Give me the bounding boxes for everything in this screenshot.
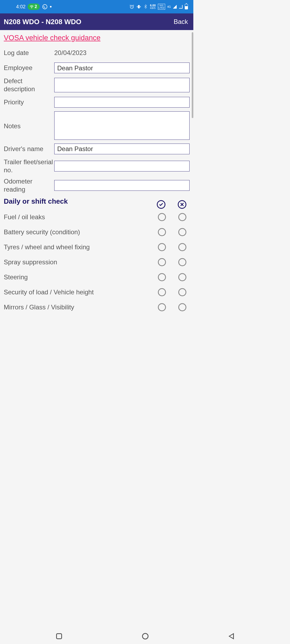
check-fail-radio[interactable] (178, 273, 186, 281)
main-content: VOSA vehicle check guidance Log date 20/… (0, 30, 193, 414)
priority-row: Priority (4, 96, 190, 108)
check-fail-radio[interactable] (178, 228, 186, 236)
notification-dot-icon (50, 6, 52, 8)
check-pass-radio[interactable] (158, 288, 166, 296)
check-fail-radio[interactable] (178, 243, 186, 251)
notes-textarea[interactable] (54, 111, 190, 140)
trailer-label: Trailer fleet/serial no. (4, 158, 54, 174)
check-fail-radio[interactable] (178, 258, 186, 266)
vibrate-icon (136, 4, 141, 9)
check-label: Spray suppression (4, 258, 158, 266)
check-row: Tyres / wheel and wheel fixing (4, 241, 190, 253)
driver-label: Driver's name (4, 145, 54, 153)
check-row: Security of load / Vehicle height (4, 286, 190, 298)
notes-row: Notes (4, 111, 190, 140)
check-row: Mirrors / Glass / Visibility (4, 301, 190, 313)
battery-icon (185, 4, 188, 9)
odometer-row: Odometer reading (4, 177, 190, 193)
status-bar: 4:02 2 6.00 KB/S Vo1 LTE2 4G (0, 0, 193, 13)
check-fail-icon (178, 200, 186, 209)
driver-row: Driver's name (4, 143, 190, 155)
employee-select[interactable]: Dean Pastor (54, 63, 190, 73)
check-label: Mirrors / Glass / Visibility (4, 303, 158, 311)
check-row: Fuel / oil leaks (4, 211, 190, 223)
driver-input[interactable] (54, 144, 190, 154)
svg-rect-2 (138, 5, 140, 8)
back-button[interactable]: Back (174, 18, 188, 25)
check-fail-radio[interactable] (178, 303, 186, 311)
check-label: Fuel / oil leaks (4, 213, 158, 221)
network-type: 4G (167, 5, 171, 8)
vosa-guidance-link[interactable]: VOSA vehicle check guidance (4, 34, 190, 42)
check-label: Steering (4, 273, 158, 281)
wifi-badge: 2 (28, 3, 40, 10)
check-label: Battery security (condition) (4, 228, 158, 236)
check-pass-radio[interactable] (158, 243, 166, 251)
check-pass-radio[interactable] (158, 273, 166, 281)
log-date-row: Log date 20/04/2023 (4, 47, 190, 59)
bluetooth-icon (143, 5, 148, 9)
lte-badge: Vo1 LTE2 (158, 4, 165, 10)
notes-label: Notes (4, 111, 54, 130)
alarm-icon (129, 4, 134, 9)
check-label: Tyres / wheel and wheel fixing (4, 243, 158, 251)
signal-icon-2 (179, 5, 183, 9)
check-row: Battery security (condition) (4, 226, 190, 238)
page-title: N208 WDO - N208 WDO (4, 18, 81, 26)
scrollbar[interactable] (192, 32, 193, 118)
defect-input[interactable] (54, 78, 190, 92)
check-pass-radio[interactable] (158, 228, 166, 236)
trailer-row: Trailer fleet/serial no. (4, 158, 190, 174)
log-date-label: Log date (4, 49, 54, 57)
app-header: N208 WDO - N208 WDO Back (0, 13, 193, 30)
check-pass-icon (157, 200, 165, 209)
check-row: Spray suppression (4, 256, 190, 268)
check-fail-radio[interactable] (178, 288, 186, 296)
signal-icon (173, 5, 177, 9)
wifi-icon (30, 5, 34, 9)
svg-point-0 (43, 5, 47, 9)
trailer-input[interactable] (54, 161, 190, 171)
employee-row: Employee Dean Pastor (4, 62, 190, 74)
check-pass-radio[interactable] (158, 303, 166, 311)
whatsapp-icon (42, 4, 48, 10)
priority-select[interactable] (54, 97, 190, 108)
log-date-value: 20/04/2023 (54, 49, 86, 57)
employee-label: Employee (4, 64, 54, 72)
defect-label: Defect description (4, 77, 54, 93)
check-fail-radio[interactable] (178, 213, 186, 221)
odometer-input[interactable] (54, 180, 190, 191)
status-time: 4:02 (16, 4, 26, 10)
check-pass-radio[interactable] (158, 213, 166, 221)
check-label: Security of load / Vehicle height (4, 288, 158, 296)
defect-row: Defect description (4, 77, 190, 93)
odometer-label: Odometer reading (4, 177, 54, 193)
check-row: Steering (4, 271, 190, 283)
data-speed: 6.00 KB/S (150, 4, 155, 9)
check-pass-radio[interactable] (158, 258, 166, 266)
priority-label: Priority (4, 98, 54, 106)
